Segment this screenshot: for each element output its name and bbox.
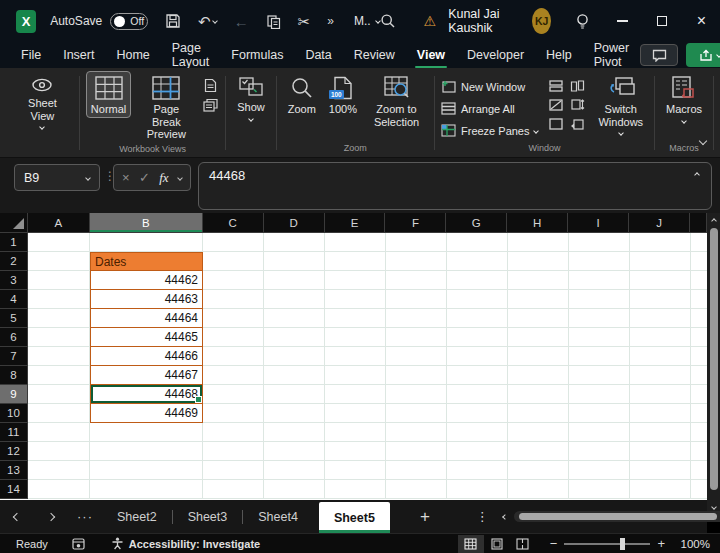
cell-E14[interactable]: [325, 480, 386, 499]
cell-I3[interactable]: [569, 271, 630, 290]
hide-button[interactable]: [547, 97, 565, 112]
lightbulb-button[interactable]: [575, 13, 590, 30]
cell-I13[interactable]: [569, 461, 630, 480]
column-header-partial[interactable]: [690, 213, 707, 233]
cell-E3[interactable]: [325, 271, 386, 290]
cell-E12[interactable]: [325, 442, 386, 461]
cell-D3[interactable]: [264, 271, 325, 290]
tab-help[interactable]: Help: [535, 42, 583, 68]
row-header-3[interactable]: 3: [0, 271, 28, 290]
cell-C3[interactable]: [203, 271, 264, 290]
column-header-D[interactable]: D: [264, 213, 325, 233]
cell-partial-3[interactable]: [691, 271, 707, 290]
cell-H9[interactable]: [508, 385, 569, 404]
cell-A3[interactable]: [28, 271, 90, 290]
cell-G11[interactable]: [447, 423, 508, 442]
share-button[interactable]: [686, 43, 720, 67]
tab-data[interactable]: Data: [294, 42, 342, 68]
row-header-1[interactable]: 1: [0, 233, 28, 252]
cell-D2[interactable]: [264, 252, 325, 271]
split-button[interactable]: [547, 78, 565, 93]
column-header-C[interactable]: C: [203, 213, 264, 233]
cell-I5[interactable]: [569, 309, 630, 328]
cell-A1[interactable]: [28, 233, 90, 252]
zoom-in-button[interactable]: +: [657, 536, 665, 551]
cell-H11[interactable]: [508, 423, 569, 442]
cell-B9[interactable]: 44468: [90, 385, 203, 404]
cell-F5[interactable]: [386, 309, 447, 328]
cell-E11[interactable]: [325, 423, 386, 442]
cell-H14[interactable]: [508, 480, 569, 499]
cell-B3[interactable]: 44462: [90, 271, 203, 290]
cell-A9[interactable]: [28, 385, 90, 404]
cell-G2[interactable]: [447, 252, 508, 271]
column-header-J[interactable]: J: [629, 213, 690, 233]
cell-A2[interactable]: [28, 252, 90, 271]
cell-partial-5[interactable]: [691, 309, 707, 328]
page-layout-view-button[interactable]: [201, 78, 219, 93]
cell-A11[interactable]: [28, 423, 90, 442]
new-sheet-button[interactable]: +: [420, 507, 430, 527]
user-name[interactable]: Kunal Jai Kaushik: [448, 7, 521, 35]
page-break-view-shortcut[interactable]: [510, 535, 536, 553]
formula-input[interactable]: 44468: [198, 162, 712, 210]
cell-I2[interactable]: [569, 252, 630, 271]
cell-G5[interactable]: [447, 309, 508, 328]
cell-H13[interactable]: [508, 461, 569, 480]
new-window-button[interactable]: New Window: [441, 77, 538, 96]
cell-A10[interactable]: [28, 404, 90, 423]
cell-partial-8[interactable]: [691, 366, 707, 385]
cell-J4[interactable]: [630, 290, 691, 309]
zoom-percentage[interactable]: 100%: [672, 538, 710, 550]
autosave-toggle[interactable]: Off: [110, 13, 148, 30]
cell-A12[interactable]: [28, 442, 90, 461]
cell-I12[interactable]: [569, 442, 630, 461]
cell-B5[interactable]: 44464: [90, 309, 203, 328]
insert-function-button[interactable]: fx: [159, 170, 168, 186]
cell-partial-2[interactable]: [691, 252, 707, 271]
cell-G6[interactable]: [447, 328, 508, 347]
cell-A5[interactable]: [28, 309, 90, 328]
cell-J6[interactable]: [630, 328, 691, 347]
cell-I7[interactable]: [569, 347, 630, 366]
zoom-slider-thumb[interactable]: [620, 538, 625, 550]
cell-D5[interactable]: [264, 309, 325, 328]
cut-button[interactable]: ✂: [298, 14, 311, 29]
cell-A4[interactable]: [28, 290, 90, 309]
cell-C10[interactable]: [203, 404, 264, 423]
view-side-by-side-button[interactable]: [568, 78, 586, 93]
page-layout-view-shortcut[interactable]: [484, 535, 510, 553]
tab-formulas[interactable]: Formulas: [220, 42, 294, 68]
scroll-left-icon[interactable]: [502, 514, 508, 520]
cell-B2[interactable]: Dates: [90, 252, 203, 271]
cell-F7[interactable]: [386, 347, 447, 366]
cell-C14[interactable]: [203, 480, 264, 499]
row-header-7[interactable]: 7: [0, 347, 28, 366]
cell-E5[interactable]: [325, 309, 386, 328]
cell-G4[interactable]: [447, 290, 508, 309]
cell-partial-10[interactable]: [691, 404, 707, 423]
cancel-button[interactable]: ×: [122, 170, 130, 185]
cell-A7[interactable]: [28, 347, 90, 366]
cell-B6[interactable]: 44465: [90, 328, 203, 347]
tab-power-pivot[interactable]: Power Pivot: [583, 42, 640, 68]
row-header-11[interactable]: 11: [0, 423, 28, 442]
tab-page-layout[interactable]: Page Layout: [161, 42, 221, 68]
cell-D4[interactable]: [264, 290, 325, 309]
cell-partial-6[interactable]: [691, 328, 707, 347]
cell-A8[interactable]: [28, 366, 90, 385]
select-all-corner[interactable]: [0, 213, 28, 233]
tab-view[interactable]: View: [406, 42, 456, 68]
cell-B11[interactable]: [90, 423, 203, 442]
cell-E1[interactable]: [325, 233, 386, 252]
cell-D14[interactable]: [264, 480, 325, 499]
horizontal-scroll-track[interactable]: [514, 511, 720, 522]
minimize-button[interactable]: [616, 12, 629, 30]
sheet-view-button[interactable]: Sheet View: [12, 71, 73, 131]
synchronous-scrolling-button[interactable]: [568, 97, 586, 112]
close-button[interactable]: ×: [695, 12, 708, 30]
tab-file[interactable]: File: [10, 42, 52, 68]
row-header-4[interactable]: 4: [0, 290, 28, 309]
cell-E6[interactable]: [325, 328, 386, 347]
cell-H4[interactable]: [508, 290, 569, 309]
